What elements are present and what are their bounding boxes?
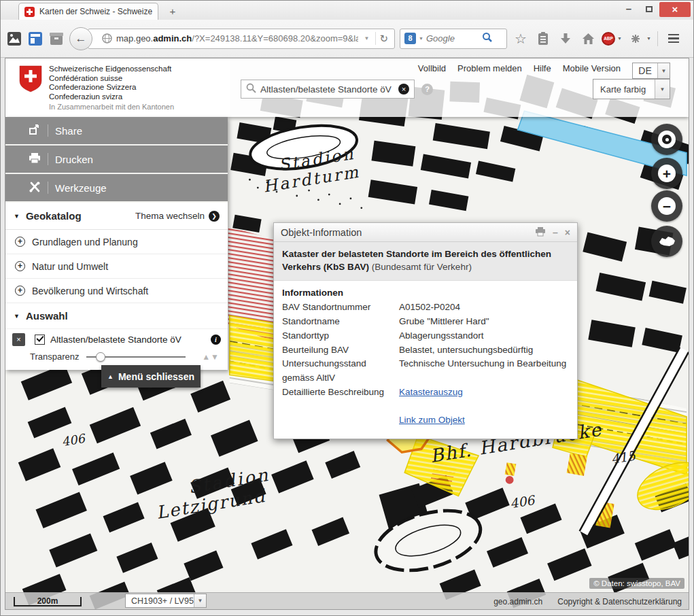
adblock-icon[interactable]: ABP: [602, 32, 615, 46]
copyright-link[interactable]: Copyright & Datenschutzerklärung: [557, 597, 682, 606]
bottom-bar: 200m CH1903+ / LV95 ▼ geo.admin.ch Copyr…: [5, 592, 689, 609]
window-close-button[interactable]: ×: [659, 2, 691, 17]
zoom-in-button[interactable]: +: [651, 158, 682, 189]
window-addon-icon[interactable]: [27, 31, 44, 47]
window-maximize-button[interactable]: [639, 2, 659, 17]
search-icon: [246, 83, 256, 96]
language-select[interactable]: DE ▼: [632, 63, 670, 79]
map-attribution[interactable]: © Daten: swisstopo, BAV: [589, 578, 684, 589]
print-label: Drucken: [55, 154, 93, 165]
toolbar-separator: [657, 31, 658, 46]
menu-close-arrow-icon: ▲: [107, 373, 114, 380]
url-dropdown-icon[interactable]: ▼: [362, 35, 372, 41]
slider-thumb[interactable]: [96, 352, 105, 362]
geokatalog-title: Geokatalog: [26, 210, 135, 222]
popup-close-button[interactable]: ×: [565, 228, 570, 237]
new-tab-button[interactable]: +: [164, 5, 181, 18]
archive-addon-icon[interactable]: [48, 31, 65, 47]
active-layer-row: × Altlasten/belastete Standorte öV i: [5, 329, 228, 347]
expand-icon[interactable]: +: [15, 237, 25, 247]
language-caret-icon: ▼: [657, 63, 670, 78]
info-row: StandorttypAblagerungsstandort: [282, 329, 569, 343]
scale-bar: 200m: [14, 597, 82, 606]
projection-caret-icon: ▼: [194, 594, 206, 607]
default-extent-button[interactable]: [651, 226, 682, 257]
link-problem-melden[interactable]: Problem melden: [457, 63, 522, 73]
browser-search-input[interactable]: [426, 33, 479, 44]
tools-label: Werkzeuge: [55, 182, 107, 194]
projection-select[interactable]: CH1903+ / LV95 ▼: [125, 594, 207, 608]
bookmark-star-icon[interactable]: ☆: [512, 30, 530, 48]
share-button[interactable]: Share: [5, 117, 228, 144]
link-hilfe[interactable]: Hilfe: [534, 63, 551, 73]
auswahl-header[interactable]: ▼ Auswahl: [5, 303, 228, 329]
tools-icon: [29, 182, 41, 194]
object-info-popup: Objekt-Information – × Kataster der bela…: [273, 222, 578, 439]
popup-titlebar[interactable]: Objekt-Information – ×: [274, 223, 577, 242]
expand-icon[interactable]: +: [15, 261, 25, 271]
downloads-icon[interactable]: [557, 30, 574, 48]
adblock-caret-icon[interactable]: ▼: [617, 36, 622, 41]
layer-name[interactable]: Altlasten/belastete Standorte öV: [50, 335, 205, 345]
layer-checkbox[interactable]: [35, 335, 45, 345]
zoom-out-button[interactable]: −: [651, 190, 682, 222]
popup-body: Informationen BAV StandortnummerA01502-P…: [274, 281, 577, 439]
maximize-icon: [646, 6, 653, 12]
tools-button[interactable]: Werkzeuge: [5, 174, 228, 201]
help-icon[interactable]: ?: [421, 84, 433, 95]
geoadmin-link[interactable]: geo.admin.ch: [493, 597, 542, 606]
search-clear-icon[interactable]: ×: [398, 84, 409, 95]
switzerland-icon: [657, 234, 677, 249]
addon-caret-icon[interactable]: ▼: [646, 36, 651, 41]
link-vollbild[interactable]: Vollbild: [418, 63, 446, 73]
browser-navbar: ← map.geo.admin.ch/?X=249138.11&Y=680698…: [1, 20, 693, 58]
katasterauszug-link[interactable]: Katasterauszug: [399, 387, 463, 397]
layer-search-box[interactable]: ×: [241, 80, 415, 99]
auswahl-title: Auswahl: [26, 310, 68, 322]
menu-close-button[interactable]: ▲ Menü schliessen: [101, 365, 201, 388]
home-icon[interactable]: [579, 30, 597, 48]
geolocate-button[interactable]: [651, 124, 682, 155]
geokatalog-header[interactable]: ▼ Geokatalog Thema wechseln ❯: [5, 203, 228, 230]
url-bar[interactable]: map.geo.admin.ch/?X=249138.11&Y=680698.2…: [88, 29, 395, 49]
change-topic-link[interactable]: Thema wechseln ❯: [135, 211, 220, 222]
magnifier-icon[interactable]: [482, 32, 493, 46]
browser-tab[interactable]: Karten der Schweiz - Schweize...: [18, 3, 158, 20]
catalog-item-natur[interactable]: + Natur und Umwelt: [5, 254, 228, 279]
window-minimize-button[interactable]: –: [619, 2, 639, 17]
catalog-item-grundlagen[interactable]: + Grundlagen und Planung: [5, 230, 228, 254]
popup-title: Objekt-Information: [281, 227, 528, 238]
info-row: Untersuchungsstand gemäss AltlVTechnisch…: [282, 357, 569, 386]
back-button[interactable]: ←: [69, 27, 92, 50]
addon-splat-icon[interactable]: [627, 30, 644, 48]
google-icon: 8: [404, 33, 416, 44]
cooperation-note: In Zusammenarbeit mit den Kantonen: [49, 103, 174, 111]
link-mobile-version[interactable]: Mobile Version: [563, 63, 621, 73]
remove-layer-button[interactable]: ×: [12, 333, 25, 346]
popup-minimize-button[interactable]: –: [553, 228, 558, 237]
map-style-select[interactable]: Karte farbig ▼: [593, 79, 670, 99]
url-text[interactable]: map.geo.admin.ch/?X=249138.11&Y=680698.2…: [116, 33, 358, 44]
layer-search-input[interactable]: [260, 84, 394, 95]
browser-search-bar[interactable]: 8 ▼: [400, 29, 507, 49]
globe-icon: [102, 33, 112, 44]
info-row: BAV StandortnummerA01502-P0204: [282, 301, 569, 315]
catalog-item-bevoelkerung[interactable]: + Bevölkerung und Wirtschaft: [5, 279, 228, 303]
clipboard-icon[interactable]: [534, 30, 552, 48]
reload-button[interactable]: ↻: [375, 32, 392, 45]
auswahl-collapse-icon[interactable]: ▼: [14, 313, 20, 320]
layer-order-arrows[interactable]: ▲▼: [202, 352, 220, 362]
menu-hamburger-icon[interactable]: [664, 34, 683, 44]
expand-icon[interactable]: +: [15, 286, 25, 296]
object-link[interactable]: Link zum Objekt: [399, 415, 465, 425]
geokatalog-collapse-icon[interactable]: ▼: [14, 213, 20, 220]
transparency-slider[interactable]: [86, 352, 196, 362]
layer-info-icon[interactable]: i: [211, 335, 221, 345]
popup-layer-header: Kataster der belasteten Standorte im Ber…: [274, 242, 577, 281]
popup-print-icon[interactable]: [535, 227, 546, 238]
search-engine-caret-icon[interactable]: ▼: [419, 36, 423, 41]
screenshot-addon-icon[interactable]: [6, 31, 22, 47]
print-button[interactable]: Drucken: [5, 146, 228, 173]
map-application: Stadion Hardturm Bhf. Hardbrücke Stadion…: [5, 58, 689, 610]
info-row: Beurteilung BAVBelastet, untersuchungsbe…: [282, 343, 569, 358]
